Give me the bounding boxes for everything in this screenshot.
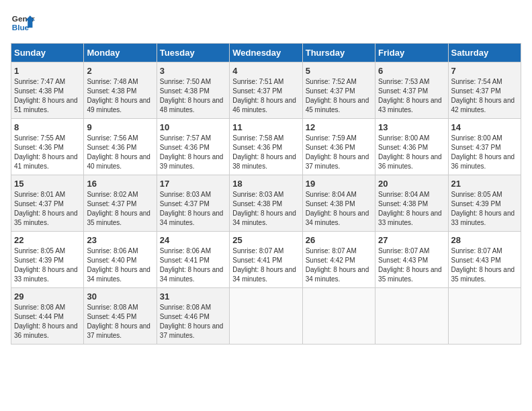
day-info: Sunrise: 8:05 AM Sunset: 4:39 PM Dayligh…: [451, 190, 518, 228]
calendar-cell: 31 Sunrise: 8:08 AM Sunset: 4:46 PM Dayl…: [157, 288, 229, 345]
calendar-cell: 25 Sunrise: 8:07 AM Sunset: 4:41 PM Dayl…: [230, 232, 302, 288]
day-info: Sunrise: 7:57 AM Sunset: 4:36 PM Dayligh…: [160, 134, 226, 171]
day-number: 8: [14, 122, 81, 132]
day-number: 5: [306, 66, 372, 76]
calendar-cell: 15 Sunrise: 8:01 AM Sunset: 4:37 PM Dayl…: [11, 175, 84, 232]
day-info: Sunrise: 8:06 AM Sunset: 4:41 PM Dayligh…: [160, 246, 226, 284]
day-info: Sunrise: 8:03 AM Sunset: 4:38 PM Dayligh…: [232, 190, 299, 228]
day-number: 21: [451, 179, 518, 189]
day-number: 9: [87, 122, 153, 132]
day-number: 7: [451, 66, 518, 76]
day-info: Sunrise: 8:02 AM Sunset: 4:37 PM Dayligh…: [87, 190, 153, 228]
day-number: 4: [232, 66, 299, 76]
calendar-week-2: 8 Sunrise: 7:55 AM Sunset: 4:36 PM Dayli…: [11, 119, 521, 175]
day-number: 25: [232, 235, 299, 245]
day-number: 14: [451, 122, 518, 132]
day-number: 12: [306, 122, 372, 132]
calendar-header: SundayMondayTuesdayWednesdayThursdayFrid…: [11, 44, 521, 62]
day-info: Sunrise: 8:08 AM Sunset: 4:44 PM Dayligh…: [14, 303, 81, 340]
col-header-tuesday: Tuesday: [157, 44, 229, 62]
calendar-week-5: 29 Sunrise: 8:08 AM Sunset: 4:44 PM Dayl…: [11, 288, 521, 345]
calendar-cell: 5 Sunrise: 7:52 AM Sunset: 4:37 PM Dayli…: [302, 62, 375, 119]
col-header-saturday: Saturday: [448, 44, 521, 62]
day-number: 29: [14, 291, 81, 302]
day-info: Sunrise: 8:00 AM Sunset: 4:36 PM Dayligh…: [378, 134, 445, 171]
day-info: Sunrise: 8:07 AM Sunset: 4:41 PM Dayligh…: [232, 246, 299, 284]
calendar-cell: 14 Sunrise: 8:00 AM Sunset: 4:37 PM Dayl…: [448, 119, 521, 175]
day-number: 2: [87, 66, 153, 76]
day-info: Sunrise: 8:07 AM Sunset: 4:43 PM Dayligh…: [378, 246, 445, 284]
day-number: 26: [306, 235, 372, 245]
calendar-cell: 1 Sunrise: 7:47 AM Sunset: 4:38 PM Dayli…: [11, 62, 84, 119]
logo: General Blue: [11, 11, 35, 35]
day-number: 28: [451, 235, 518, 245]
day-info: Sunrise: 7:52 AM Sunset: 4:37 PM Dayligh…: [306, 77, 372, 115]
calendar-cell: 8 Sunrise: 7:55 AM Sunset: 4:36 PM Dayli…: [11, 119, 84, 175]
calendar-cell: 12 Sunrise: 7:59 AM Sunset: 4:36 PM Dayl…: [302, 119, 375, 175]
day-info: Sunrise: 7:55 AM Sunset: 4:36 PM Dayligh…: [14, 134, 81, 171]
day-info: Sunrise: 7:51 AM Sunset: 4:37 PM Dayligh…: [232, 77, 299, 115]
col-header-monday: Monday: [84, 44, 157, 62]
day-number: 18: [232, 179, 299, 189]
day-info: Sunrise: 7:59 AM Sunset: 4:36 PM Dayligh…: [306, 134, 372, 171]
day-number: 11: [232, 122, 299, 132]
logo-icon: General Blue: [11, 11, 35, 35]
calendar-cell: 28 Sunrise: 8:07 AM Sunset: 4:43 PM Dayl…: [448, 232, 521, 288]
day-info: Sunrise: 8:07 AM Sunset: 4:42 PM Dayligh…: [306, 246, 372, 284]
day-number: 23: [87, 235, 153, 245]
day-info: Sunrise: 8:05 AM Sunset: 4:39 PM Dayligh…: [14, 246, 81, 284]
calendar-cell: 4 Sunrise: 7:51 AM Sunset: 4:37 PM Dayli…: [230, 62, 302, 119]
calendar-cell: 26 Sunrise: 8:07 AM Sunset: 4:42 PM Dayl…: [302, 232, 375, 288]
day-info: Sunrise: 8:01 AM Sunset: 4:37 PM Dayligh…: [14, 190, 81, 228]
calendar-cell: 9 Sunrise: 7:56 AM Sunset: 4:36 PM Dayli…: [84, 119, 157, 175]
calendar-cell: 11 Sunrise: 7:58 AM Sunset: 4:36 PM Dayl…: [230, 119, 302, 175]
calendar-cell: 17 Sunrise: 8:03 AM Sunset: 4:37 PM Dayl…: [157, 175, 229, 232]
day-number: 20: [378, 179, 445, 189]
calendar-cell: [302, 288, 375, 345]
day-number: 17: [160, 179, 226, 189]
day-info: Sunrise: 7:56 AM Sunset: 4:36 PM Dayligh…: [87, 134, 153, 171]
day-number: 22: [14, 235, 81, 245]
col-header-wednesday: Wednesday: [230, 44, 302, 62]
calendar-cell: 7 Sunrise: 7:54 AM Sunset: 4:37 PM Dayli…: [448, 62, 521, 119]
day-info: Sunrise: 7:53 AM Sunset: 4:37 PM Dayligh…: [378, 77, 445, 115]
day-number: 15: [14, 179, 81, 189]
day-number: 31: [160, 291, 226, 302]
calendar-cell: 21 Sunrise: 8:05 AM Sunset: 4:39 PM Dayl…: [448, 175, 521, 232]
calendar-cell: 18 Sunrise: 8:03 AM Sunset: 4:38 PM Dayl…: [230, 175, 302, 232]
day-info: Sunrise: 8:06 AM Sunset: 4:40 PM Dayligh…: [87, 246, 153, 284]
day-info: Sunrise: 8:07 AM Sunset: 4:43 PM Dayligh…: [451, 246, 518, 284]
calendar-cell: 19 Sunrise: 8:04 AM Sunset: 4:38 PM Dayl…: [302, 175, 375, 232]
calendar-cell: 2 Sunrise: 7:48 AM Sunset: 4:38 PM Dayli…: [84, 62, 157, 119]
day-number: 30: [87, 291, 153, 302]
day-number: 6: [378, 66, 445, 76]
calendar-cell: 30 Sunrise: 8:08 AM Sunset: 4:45 PM Dayl…: [84, 288, 157, 345]
calendar-cell: 16 Sunrise: 8:02 AM Sunset: 4:37 PM Dayl…: [84, 175, 157, 232]
day-number: 1: [14, 66, 81, 76]
col-header-thursday: Thursday: [302, 44, 375, 62]
calendar-cell: [230, 288, 302, 345]
day-number: 19: [306, 179, 372, 189]
calendar-cell: 10 Sunrise: 7:57 AM Sunset: 4:36 PM Dayl…: [157, 119, 229, 175]
day-info: Sunrise: 8:04 AM Sunset: 4:38 PM Dayligh…: [306, 190, 372, 228]
day-info: Sunrise: 7:58 AM Sunset: 4:36 PM Dayligh…: [232, 134, 299, 171]
calendar-cell: 27 Sunrise: 8:07 AM Sunset: 4:43 PM Dayl…: [375, 232, 448, 288]
day-number: 27: [378, 235, 445, 245]
calendar-table: SundayMondayTuesdayWednesdayThursdayFrid…: [11, 43, 521, 345]
day-number: 3: [160, 66, 226, 76]
col-header-sunday: Sunday: [11, 44, 84, 62]
day-info: Sunrise: 7:50 AM Sunset: 4:38 PM Dayligh…: [160, 77, 226, 115]
day-info: Sunrise: 8:08 AM Sunset: 4:46 PM Dayligh…: [160, 303, 226, 340]
calendar-cell: [375, 288, 448, 345]
day-info: Sunrise: 7:54 AM Sunset: 4:37 PM Dayligh…: [451, 77, 518, 115]
calendar-cell: 22 Sunrise: 8:05 AM Sunset: 4:39 PM Dayl…: [11, 232, 84, 288]
calendar-cell: [448, 288, 521, 345]
calendar-cell: 23 Sunrise: 8:06 AM Sunset: 4:40 PM Dayl…: [84, 232, 157, 288]
calendar-cell: 29 Sunrise: 8:08 AM Sunset: 4:44 PM Dayl…: [11, 288, 84, 345]
day-number: 24: [160, 235, 226, 245]
calendar-cell: 3 Sunrise: 7:50 AM Sunset: 4:38 PM Dayli…: [157, 62, 229, 119]
svg-text:Blue: Blue: [12, 23, 30, 32]
page-header: General Blue: [11, 11, 521, 35]
day-info: Sunrise: 8:08 AM Sunset: 4:45 PM Dayligh…: [87, 303, 153, 340]
col-header-friday: Friday: [375, 44, 448, 62]
